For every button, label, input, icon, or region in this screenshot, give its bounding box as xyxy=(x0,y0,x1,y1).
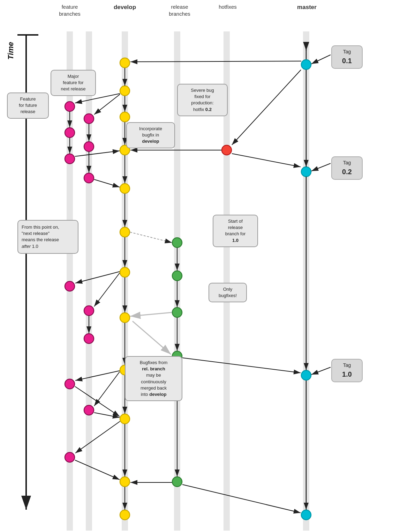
svg-line-91 xyxy=(130,312,172,316)
svg-line-84 xyxy=(75,421,120,453)
svg-point-31 xyxy=(120,510,130,520)
diagram-container: featurebranches develop releasebranches … xyxy=(0,0,401,532)
tooltip-major-feature: Majorfeature fornext release xyxy=(51,70,96,96)
tag-label-10: Tag xyxy=(338,362,356,369)
svg-point-59 xyxy=(65,154,75,164)
tag-box-01: Tag 0.1 xyxy=(331,45,363,69)
svg-point-77 xyxy=(65,379,75,389)
tag-label-02: Tag xyxy=(338,159,356,167)
svg-line-86 xyxy=(130,61,301,62)
tooltip-feature-future: Featurefor futurerelease xyxy=(7,93,49,119)
svg-point-66 xyxy=(84,173,94,183)
svg-line-70 xyxy=(94,179,120,187)
svg-line-81 xyxy=(75,386,120,416)
svg-line-63 xyxy=(75,151,120,156)
svg-point-74 xyxy=(84,334,94,343)
svg-point-16 xyxy=(301,510,311,520)
svg-point-73 xyxy=(84,306,94,316)
svg-point-30 xyxy=(120,477,130,487)
tag-label-01: Tag xyxy=(338,48,356,56)
tooltip-bugfixes-from: Bugfixes fromrel. branchmay becontinuous… xyxy=(125,356,182,401)
tag-box-10: Tag 1.0 xyxy=(331,359,363,382)
svg-point-13 xyxy=(301,60,311,69)
svg-line-52 xyxy=(130,232,172,243)
tooltip-next-release: From this point on,"next release"means t… xyxy=(17,220,78,254)
svg-point-53 xyxy=(222,145,232,155)
tag-value-02: 0.2 xyxy=(338,167,356,177)
svg-line-79 xyxy=(75,371,120,380)
svg-point-44 xyxy=(172,271,182,281)
tooltip-only-bugfixes: Onlybugfixes! xyxy=(209,283,247,302)
tooltip-start-release: Start ofreleasebranch for1.0 xyxy=(213,215,258,247)
svg-line-55 xyxy=(232,154,301,167)
svg-point-78 xyxy=(84,405,94,415)
svg-point-20 xyxy=(120,58,130,68)
tooltip-severe-bug: Severe bugfixed forproduction:hotfix 0.2 xyxy=(177,84,228,116)
tooltip-incorporate-bugfix: Incorporatebugfix indevelop xyxy=(126,122,175,148)
svg-line-94 xyxy=(311,163,331,171)
svg-point-58 xyxy=(65,128,75,138)
svg-line-54 xyxy=(232,70,301,145)
tag-box-02: Tag 0.2 xyxy=(331,156,363,180)
svg-point-45 xyxy=(172,308,182,317)
svg-point-43 xyxy=(172,238,182,247)
svg-point-21 xyxy=(120,86,130,96)
svg-point-22 xyxy=(120,112,130,122)
svg-line-88 xyxy=(182,358,301,373)
svg-point-64 xyxy=(84,114,94,124)
svg-line-95 xyxy=(311,367,331,375)
svg-point-26 xyxy=(120,267,130,277)
svg-point-24 xyxy=(120,184,130,193)
svg-line-82 xyxy=(94,413,120,418)
svg-point-65 xyxy=(84,142,94,152)
svg-point-29 xyxy=(120,414,130,424)
tag-value-10: 1.0 xyxy=(338,369,356,379)
tag-value-01: 0.1 xyxy=(338,56,356,66)
svg-line-85 xyxy=(75,460,120,480)
svg-point-14 xyxy=(301,167,311,177)
svg-point-71 xyxy=(65,281,75,291)
svg-line-80 xyxy=(94,372,120,406)
svg-point-83 xyxy=(65,452,75,462)
svg-line-92 xyxy=(133,321,171,354)
svg-point-57 xyxy=(65,102,75,111)
svg-line-76 xyxy=(94,273,120,306)
svg-line-93 xyxy=(311,55,331,64)
svg-line-90 xyxy=(182,485,301,513)
svg-point-25 xyxy=(120,227,130,237)
svg-point-15 xyxy=(301,370,311,380)
svg-line-69 xyxy=(94,94,120,114)
svg-point-27 xyxy=(120,313,130,323)
svg-point-47 xyxy=(172,477,182,487)
